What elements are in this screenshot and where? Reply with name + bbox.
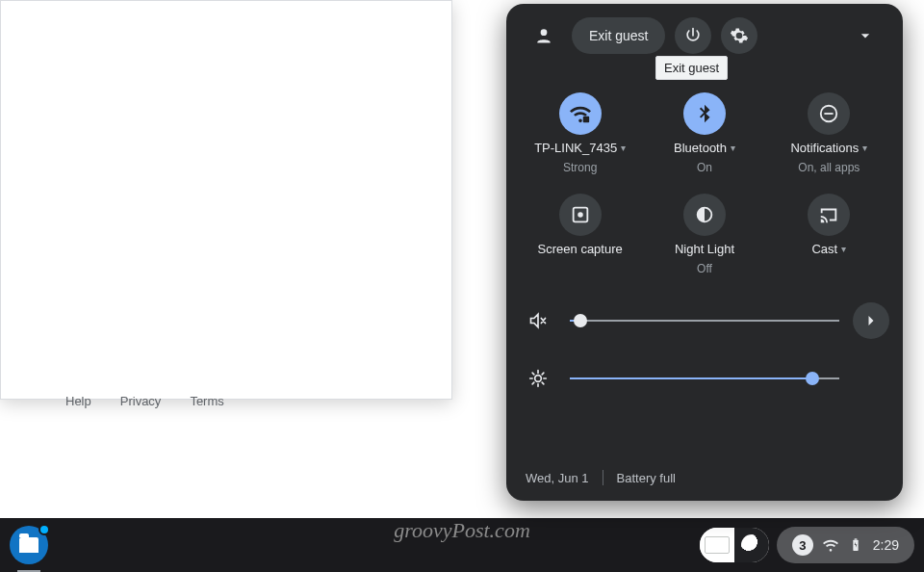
window-footer-links: Help Privacy Terms	[65, 394, 224, 408]
chevron-down-icon: ▾	[862, 143, 867, 153]
tile-notifications-sub: On, all apps	[798, 161, 860, 174]
wifi-icon	[559, 92, 602, 135]
exit-guest-label: Exit guest	[589, 28, 648, 43]
folder-icon	[19, 537, 38, 553]
guest-avatar-icon[interactable]	[526, 17, 562, 54]
brightness-slider[interactable]	[570, 377, 839, 379]
tile-wifi-sub: Strong	[563, 161, 597, 174]
tile-bluetooth-label: Bluetooth▾	[674, 141, 735, 155]
tiles-grid: TP-LINK_7435▾ Strong Bluetooth▾ On Notif…	[506, 54, 903, 293]
brightness-icon	[528, 369, 548, 388]
dnd-icon	[808, 92, 850, 135]
browser-windows-pill[interactable]	[700, 528, 769, 562]
footer-link-terms[interactable]: Terms	[190, 394, 223, 408]
notification-dot	[38, 524, 50, 535]
date-text: Wed, Jun 1	[526, 471, 589, 485]
tile-screen-capture[interactable]: Screen capture	[518, 186, 642, 283]
tile-cast-label: Cast▾	[811, 242, 846, 256]
brightness-row	[520, 360, 889, 397]
sliders-area	[506, 293, 903, 403]
panel-top-row: Exit guest	[506, 17, 903, 54]
shelf-right-cluster: 3 2:29	[700, 527, 914, 563]
power-button[interactable]	[675, 17, 711, 54]
collapse-button[interactable]	[847, 17, 884, 54]
tile-wifi[interactable]: TP-LINK_7435▾ Strong	[518, 85, 642, 182]
screen-capture-icon	[559, 194, 602, 236]
tile-night-light[interactable]: Night Light Off	[642, 186, 766, 283]
tile-cast[interactable]: Cast▾	[767, 186, 891, 283]
clock-text: 2:29	[873, 537, 899, 553]
quick-settings-panel: Exit guest Exit guest TP-LINK_7435▾ Stro…	[506, 4, 903, 501]
files-app-icon[interactable]	[10, 526, 48, 564]
chevron-down-icon: ▾	[731, 143, 735, 153]
volume-slider[interactable]	[570, 320, 839, 322]
footer-link-help[interactable]: Help	[65, 394, 91, 408]
volume-row	[520, 302, 889, 339]
tile-wifi-label: TP-LINK_7435▾	[534, 141, 626, 155]
status-tray[interactable]: 3 2:29	[777, 527, 914, 563]
tile-night-light-sub: Off	[697, 262, 712, 275]
svg-point-5	[578, 212, 583, 218]
footer-link-privacy[interactable]: Privacy	[120, 394, 162, 408]
night-light-icon	[683, 194, 726, 236]
person-icon	[534, 26, 553, 45]
chevron-down-icon: ▾	[621, 143, 626, 153]
tile-notifications[interactable]: Notifications▾ On, all apps	[767, 85, 891, 182]
watermark-text: groovyPost.com	[394, 518, 530, 543]
panel-footer: Wed, Jun 1 Battery full	[506, 455, 903, 501]
power-icon	[683, 26, 703, 45]
background-window	[0, 0, 452, 400]
svg-rect-3	[825, 113, 834, 115]
settings-button[interactable]	[721, 17, 757, 54]
notification-count-badge: 3	[792, 534, 813, 556]
volume-muted-icon	[528, 311, 548, 330]
svg-rect-9	[854, 538, 857, 539]
footer-divider	[603, 470, 603, 485]
cast-icon	[808, 194, 850, 236]
exit-guest-button[interactable]: Exit guest	[572, 17, 665, 54]
tile-bluetooth[interactable]: Bluetooth▾ On	[642, 85, 766, 182]
tile-bluetooth-sub: On	[697, 161, 712, 174]
bluetooth-icon	[683, 92, 726, 135]
svg-point-0	[541, 29, 548, 36]
chevron-down-icon	[856, 26, 875, 45]
chevron-right-icon	[861, 311, 881, 330]
audio-settings-button[interactable]	[853, 302, 889, 339]
brightness-button[interactable]	[520, 360, 556, 397]
gear-icon	[730, 26, 749, 45]
moon-icon	[741, 534, 762, 556]
battery-icon	[848, 537, 863, 553]
tile-screen-capture-label: Screen capture	[538, 242, 623, 256]
chevron-down-icon: ▾	[841, 244, 846, 254]
battery-text: Battery full	[617, 471, 676, 485]
svg-point-7	[535, 376, 542, 382]
exit-guest-tooltip: Exit guest	[655, 56, 728, 80]
tile-notifications-label: Notifications▾	[790, 141, 867, 155]
wifi-icon	[823, 537, 838, 553]
tile-night-light-label: Night Light	[675, 242, 734, 256]
mute-button[interactable]	[520, 302, 556, 339]
window-thumbnail-icon	[705, 536, 730, 554]
